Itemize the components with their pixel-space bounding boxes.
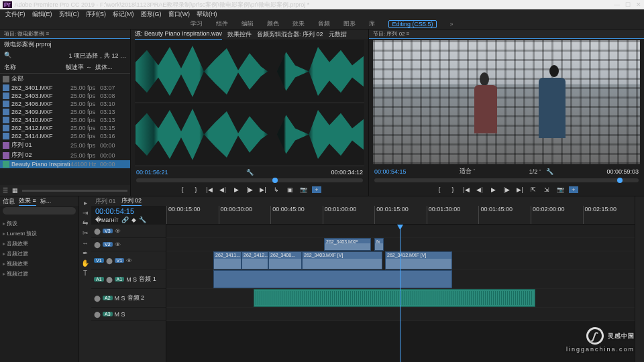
timeline-ruler[interactable]: 00:00:15:0000:00:30:0000:00:45:00 00:01:… xyxy=(166,206,635,225)
program-scrubber[interactable] xyxy=(374,178,639,182)
tab-seq02[interactable]: 序列 02 xyxy=(121,196,142,206)
step-fwd-icon[interactable]: |▶ xyxy=(245,186,254,193)
clip-v1b[interactable]: 262_3412... xyxy=(241,251,268,269)
playhead[interactable] xyxy=(400,225,400,362)
menu-file[interactable]: 文件(F) xyxy=(5,10,25,19)
marker-icon[interactable]: ◆ xyxy=(131,217,136,223)
menu-edit[interactable]: 编辑(E) xyxy=(32,10,52,19)
source-in-tc[interactable]: 00:01:56:21 xyxy=(136,169,168,176)
timeline-tracks[interactable]: 262_3403.MXF fx 262_3411... 262_3412... … xyxy=(166,225,635,362)
clip-v2a[interactable]: 262_3403.MXF xyxy=(324,238,371,251)
tab-seq01[interactable]: 序列 01 xyxy=(95,197,116,206)
source-waveform[interactable] xyxy=(135,40,364,166)
zoom-dropdown[interactable]: 1/2 xyxy=(529,168,538,175)
menu-sequence[interactable]: 序列(S) xyxy=(86,10,106,19)
track-select-tool-icon[interactable]: ⇥ xyxy=(83,209,88,217)
source-out-tc[interactable]: 00:00:34:12 xyxy=(331,169,363,176)
menu-help[interactable]: 帮助(H) xyxy=(197,10,217,19)
clip-v2b[interactable]: fx xyxy=(374,238,384,251)
col-media[interactable]: 媒体... xyxy=(95,63,126,72)
clip-v1a[interactable]: 262_3411... xyxy=(213,251,241,269)
selection-tool-icon[interactable]: ▸ xyxy=(84,199,87,206)
mark-in-icon[interactable]: { xyxy=(435,186,444,193)
maximize-icon[interactable]: ☐ xyxy=(625,1,631,8)
ws-graphics[interactable]: 图形 xyxy=(343,19,356,28)
menu-window[interactable]: 窗口(W) xyxy=(168,10,191,19)
clip-v1e[interactable]: 262_3412.MXF [V] xyxy=(385,251,452,269)
snap-icon[interactable]: �магніт xyxy=(95,217,119,223)
timeline-tc[interactable]: 00:00:54:15 xyxy=(95,207,162,215)
list-view-icon[interactable]: ☰ xyxy=(3,187,8,194)
program-monitor[interactable] xyxy=(373,40,640,164)
settings-icon[interactable]: 🔧 xyxy=(139,217,146,223)
search-icon[interactable]: 🔍 xyxy=(4,52,11,60)
program-tc[interactable]: 00:00:54:15 xyxy=(374,168,407,175)
menu-marker[interactable]: 标记(M) xyxy=(113,10,134,19)
tab-info[interactable]: 信息 xyxy=(3,197,15,206)
step-back-icon[interactable]: ◀| xyxy=(218,186,227,193)
mark-out-icon[interactable]: } xyxy=(448,186,458,193)
icon-view-icon[interactable]: ▦ xyxy=(12,187,18,194)
btn-plus-icon[interactable]: + xyxy=(312,186,321,193)
mark-in-icon[interactable]: { xyxy=(178,186,187,193)
hand-tool-icon[interactable]: ✋ xyxy=(81,259,89,267)
ws-color[interactable]: 颜色 xyxy=(267,19,279,28)
tab-source[interactable]: 源: Beauty Piano Inspiration.wav xyxy=(135,29,222,40)
overwrite-icon[interactable]: ▣ xyxy=(285,186,294,193)
tab-audio-mixer[interactable]: 音频剪辑混合器: 序列 02 xyxy=(257,30,323,39)
tab-markers[interactable]: 标... xyxy=(40,197,52,206)
go-out-icon[interactable]: ▶| xyxy=(515,186,525,193)
source-scrubber[interactable] xyxy=(136,178,363,182)
zoom-slider[interactable] xyxy=(22,190,127,192)
fit-dropdown[interactable]: 适合 xyxy=(460,168,472,174)
ws-effects[interactable]: 效果 xyxy=(292,19,305,28)
fx-presets[interactable]: 预设 xyxy=(3,219,76,229)
effects-search[interactable] xyxy=(3,207,76,215)
ws-editing-cs55[interactable]: Editing (CS5.5) xyxy=(388,20,436,28)
ws-editing[interactable]: 编辑 xyxy=(241,19,254,28)
minimize-icon[interactable]: — xyxy=(614,1,620,8)
menu-clip[interactable]: 剪辑(C) xyxy=(59,10,80,19)
clip-v1c[interactable]: 262_3408... xyxy=(268,251,302,269)
pen-tool-icon[interactable]: ✒ xyxy=(83,249,88,257)
mark-out-icon[interactable]: } xyxy=(191,186,201,193)
menu-graphics[interactable]: 图形(G) xyxy=(141,10,162,19)
fx-lumetri[interactable]: Lumetri 预设 xyxy=(3,229,76,239)
tab-effects[interactable]: 效果 ≡ xyxy=(19,196,36,206)
ws-library[interactable]: 库 xyxy=(369,19,375,28)
wrench-icon[interactable]: 🔧 xyxy=(246,169,254,176)
project-list[interactable]: 全部 262_3401.MXF25.00 fps03:07 262_3403.M… xyxy=(0,74,130,185)
fx-video-trans[interactable]: 视频过渡 xyxy=(3,269,76,279)
lift-icon[interactable]: ⇱ xyxy=(529,186,538,193)
export-frame-icon[interactable]: 📷 xyxy=(299,186,308,193)
col-name[interactable]: 名称 xyxy=(4,63,66,72)
go-in-icon[interactable]: |◀ xyxy=(462,186,471,193)
step-back-icon[interactable]: ◀| xyxy=(475,186,484,193)
fx-audio-fx[interactable]: 音频效果 xyxy=(3,239,76,249)
col-rate[interactable]: 帧速率 ～ xyxy=(66,63,95,72)
go-out-icon[interactable]: ▶| xyxy=(258,186,268,193)
tab-metadata[interactable]: 元数据 xyxy=(329,30,347,39)
ws-learn[interactable]: 学习 xyxy=(191,19,203,28)
wrench-icon[interactable]: 🔧 xyxy=(546,168,553,175)
ws-assembly[interactable]: 组件 xyxy=(216,19,228,28)
play-icon[interactable]: ▶ xyxy=(488,186,498,193)
fx-video-fx[interactable]: 视频效果 xyxy=(3,259,76,269)
ws-audio[interactable]: 音频 xyxy=(318,19,330,28)
play-icon[interactable]: ▶ xyxy=(231,186,241,193)
clip-v1d[interactable]: 262_3403.MXF [V] xyxy=(302,251,382,269)
clip-a1[interactable] xyxy=(213,270,452,288)
slip-tool-icon[interactable]: ↔ xyxy=(82,239,89,247)
insert-icon[interactable]: ↳ xyxy=(272,186,281,193)
ws-more-icon[interactable]: » xyxy=(450,21,453,27)
type-tool-icon[interactable]: T xyxy=(83,269,87,277)
link-icon[interactable]: 🔗 xyxy=(121,217,129,223)
export-frame-icon[interactable]: 📷 xyxy=(555,186,565,193)
btn-plus-icon[interactable]: + xyxy=(569,186,578,193)
clip-a2[interactable] xyxy=(254,289,535,307)
razor-tool-icon[interactable]: ✂ xyxy=(83,229,88,237)
extract-icon[interactable]: ⇲ xyxy=(542,186,551,193)
go-in-icon[interactable]: |◀ xyxy=(205,186,214,193)
ripple-tool-icon[interactable]: ⇆ xyxy=(83,219,88,227)
fx-audio-trans[interactable]: 音频过渡 xyxy=(3,249,76,259)
